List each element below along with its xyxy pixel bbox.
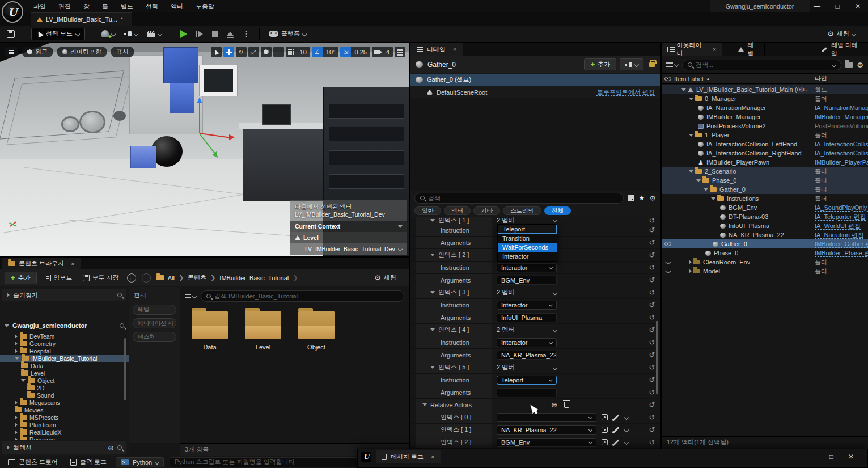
- restore-button[interactable]: □: [829, 453, 833, 461]
- expander-icon[interactable]: [15, 430, 18, 435]
- expander-icon[interactable]: [430, 366, 435, 369]
- grid-snap-toggle[interactable]: [286, 47, 297, 57]
- outliner-row[interactable]: BGM_Env IA_SoundPlayOnly 편: [662, 203, 868, 212]
- sort-icon[interactable]: ▲: [706, 77, 710, 81]
- search-icon[interactable]: [117, 293, 122, 297]
- close-icon[interactable]: ×: [71, 260, 74, 267]
- outliner-row[interactable]: Model 폴더: [662, 267, 868, 276]
- close-icon[interactable]: ×: [713, 46, 716, 53]
- actor-type[interactable]: IA_NarrationManage: [815, 104, 868, 111]
- play-options-button[interactable]: ⋮: [240, 27, 252, 41]
- expander-icon[interactable]: [711, 197, 715, 200]
- expander-icon[interactable]: [689, 98, 693, 100]
- dropdown-option[interactable]: Teleport: [498, 225, 557, 234]
- minimize-button[interactable]: —: [808, 453, 815, 461]
- actor-type[interactable]: IMBuilder_Gather 편: [815, 240, 868, 248]
- visibility-eye-closed-icon[interactable]: [665, 270, 671, 273]
- surface-snap-toggle[interactable]: [273, 47, 284, 57]
- expander-icon[interactable]: [689, 170, 693, 173]
- add-element-icon[interactable]: ⊕: [551, 400, 557, 409]
- menu-item[interactable]: 창: [77, 1, 96, 12]
- blueprint-actions-button[interactable]: [620, 58, 643, 70]
- expander-icon[interactable]: [689, 269, 692, 273]
- outliner-row[interactable]: LV_IMBuilder_Basic_Tutorial_Main (에디터) 월…: [662, 85, 868, 94]
- favorites-section[interactable]: 즐겨찾기: [2, 289, 126, 301]
- outliner-row[interactable]: ♟ IMBuilder_PlayerPawn IMBuilder_PlayerP…: [662, 158, 868, 167]
- close-icon[interactable]: ×: [431, 453, 434, 460]
- viewport[interactable]: 원근 라이팅포함 표시 ↻ ⤢ 10 ∠ 10° ⇲ 0.25 4 다음에서 선: [0, 43, 409, 256]
- add-actor-button[interactable]: [99, 27, 117, 41]
- view-mode-select[interactable]: 라이팅포함: [57, 47, 107, 57]
- folder-tree-item[interactable]: MSPresets: [0, 414, 129, 421]
- asset-folder[interactable]: Level: [240, 311, 286, 351]
- gear-icon[interactable]: ⚙: [649, 194, 656, 203]
- create-folder-icon[interactable]: [845, 62, 853, 68]
- skip-frame-button[interactable]: [194, 27, 205, 41]
- reset-to-default-icon[interactable]: ↺: [643, 299, 660, 311]
- actor-type[interactable]: 폴더: [815, 95, 868, 103]
- chevron-down-icon[interactable]: [624, 440, 629, 444]
- outliner-row[interactable]: Instructions 폴더: [662, 194, 868, 203]
- actor-type[interactable]: 폴더: [815, 167, 868, 176]
- visibility-eye-closed-icon[interactable]: [665, 261, 671, 264]
- outliner-row[interactable]: DT-Plasma-03 IA_Teleporter 편집: [662, 212, 868, 221]
- reset-to-default-icon[interactable]: ↺: [643, 237, 660, 248]
- editor-mode-select[interactable]: 선택 모드: [31, 28, 85, 40]
- scale-snap-toggle[interactable]: ⇲: [340, 47, 351, 57]
- details-search-input[interactable]: 검색: [414, 193, 624, 204]
- delete-elements-icon[interactable]: [564, 402, 569, 408]
- perspective-select[interactable]: 원근: [22, 47, 53, 57]
- display-options-icon[interactable]: [628, 195, 634, 201]
- outliner-tab[interactable]: 아웃라이너 ×: [662, 43, 722, 56]
- expander-icon[interactable]: [15, 415, 18, 420]
- reset-to-default-icon[interactable]: ↺: [643, 274, 660, 286]
- play-button[interactable]: [178, 27, 189, 41]
- collapse-icon[interactable]: [398, 225, 403, 228]
- output-log-button[interactable]: 출력 로그: [67, 458, 110, 466]
- expander-icon[interactable]: [689, 134, 693, 137]
- collections-section[interactable]: 컬렉션⊕: [2, 441, 126, 454]
- breadcrumb-folder[interactable]: IMBuilder_Basic_Tutorial: [219, 275, 289, 281]
- folder-tree-item[interactable]: Hospital: [0, 347, 129, 355]
- scale-tool[interactable]: ⤢: [248, 47, 259, 57]
- scale-snap-value[interactable]: 0.25: [351, 47, 370, 57]
- breadcrumb-root[interactable]: All: [168, 275, 175, 281]
- folder-tree-item[interactable]: Megascans: [0, 399, 129, 406]
- reset-to-default-icon[interactable]: ↺: [643, 224, 660, 236]
- expander-icon[interactable]: [430, 254, 435, 256]
- close-button[interactable]: ✕: [848, 0, 868, 12]
- edit-in-blueprint-link[interactable]: 블루프린트에서 편집: [597, 88, 655, 96]
- category-tab[interactable]: 일반: [414, 206, 441, 215]
- breadcrumb-content[interactable]: 콘텐츠: [188, 273, 206, 282]
- eyedropper-icon[interactable]: [613, 439, 619, 445]
- menu-item[interactable]: 액터: [164, 1, 189, 12]
- actor-reference-combo[interactable]: NA_KR_Plasma_22: [497, 425, 596, 435]
- outliner-row[interactable]: CleanRoom_Env 폴더: [662, 258, 868, 267]
- outliner-row[interactable]: IA_InteractionCollision_LeftHand IA_Inte…: [662, 140, 868, 149]
- actor-type[interactable]: IMBuilder_Manager: [815, 113, 868, 120]
- component-row-self[interactable]: Gather_0 (셀프): [410, 74, 660, 86]
- add-component-button[interactable]: +추가: [584, 58, 616, 70]
- tree-scrollbar[interactable]: [124, 338, 126, 400]
- outliner-row[interactable]: Phase_0 IMBuilder_Phase 편: [662, 248, 868, 258]
- expander-icon[interactable]: [681, 88, 686, 91]
- expander-icon[interactable]: [15, 400, 18, 405]
- expander-icon[interactable]: [15, 349, 18, 353]
- outliner-row[interactable]: NA_KR_Plasma_22 IA_Narration 편집: [662, 230, 868, 239]
- dropdown-option[interactable]: Interactor: [498, 252, 557, 261]
- type-column[interactable]: 타입: [815, 74, 868, 83]
- search-icon[interactable]: [117, 445, 122, 450]
- expander-icon[interactable]: [21, 379, 26, 382]
- asset-search-input[interactable]: 검색 IMBuilder_Basic_Tutorial: [201, 290, 404, 302]
- use-selected-icon[interactable]: [602, 414, 608, 420]
- expander-icon[interactable]: [696, 179, 701, 182]
- filter-pill[interactable]: 텍스처: [133, 332, 176, 342]
- category-tab[interactable]: 기타: [473, 206, 500, 215]
- folder-tree-item[interactable]: RealLiquidX: [0, 428, 129, 436]
- outliner-settings-icon[interactable]: ⚙: [857, 61, 863, 69]
- restore-button[interactable]: □: [827, 0, 848, 12]
- show-flags-button[interactable]: 표시: [111, 47, 134, 57]
- actor-type[interactable]: IMBuilder_Phase 편: [815, 249, 868, 258]
- expander-icon[interactable]: [15, 357, 19, 360]
- actor-type[interactable]: IA_WorldUI 편집: [815, 222, 868, 230]
